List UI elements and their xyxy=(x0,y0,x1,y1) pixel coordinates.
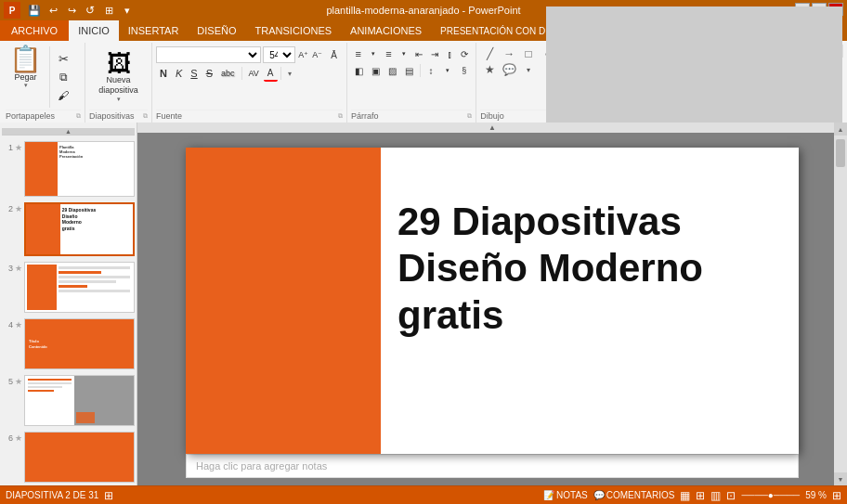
tab-insertar[interactable]: INSERTAR xyxy=(119,20,189,41)
slide-star-1: ★ xyxy=(15,141,22,152)
app-container: P 💾 ↩ ↪ ↺ ⊞ ▾ plantilla-moderna-anaranja… xyxy=(0,0,847,504)
app-icon: P xyxy=(4,2,20,19)
slide-title[interactable]: 29 Diapositivas Diseño Moderno gratis xyxy=(397,199,789,339)
canvas-scroll-up-btn[interactable]: ▲ xyxy=(834,123,847,136)
underline-button[interactable]: S xyxy=(187,65,201,82)
slide-panel: ▲ 1 ★ PlantillaModernaPresentación xyxy=(0,123,137,485)
notes-button[interactable]: 📝 NOTAS xyxy=(543,490,588,500)
tab-animaciones[interactable]: ANIMACIONES xyxy=(341,20,431,41)
align-left[interactable]: ◧ xyxy=(351,63,367,78)
tab-inicio[interactable]: INICIO xyxy=(69,20,119,41)
align-center[interactable]: ▣ xyxy=(368,63,384,78)
canvas-scroll-up[interactable]: ▲ xyxy=(137,123,847,133)
slide-num-5: 5 xyxy=(2,375,13,386)
tab-transiciones[interactable]: TRANSICIONES xyxy=(246,20,342,41)
shape-callout[interactable]: 💬 xyxy=(500,62,518,77)
view-normal[interactable]: ▦ xyxy=(680,489,690,502)
smartart[interactable]: § xyxy=(456,63,472,78)
slide-star-3: ★ xyxy=(15,262,22,273)
cut-button[interactable]: ✂ xyxy=(54,50,72,67)
italic-button[interactable]: K xyxy=(172,65,186,82)
portapapeles-expand[interactable]: ⧉ xyxy=(76,112,81,120)
main-slide[interactable]: 29 Diapositivas Diseño Moderno gratis xyxy=(186,148,799,454)
comments-button[interactable]: 💬 COMENTARIOS xyxy=(593,490,675,500)
decrease-indent[interactable]: ⇤ xyxy=(412,46,426,61)
font-size-decrease[interactable]: A⁻ xyxy=(311,50,323,59)
view-slide-sorter[interactable]: ⊞ xyxy=(696,489,705,502)
nueva-diapositiva-dropdown[interactable]: ▾ xyxy=(117,96,121,103)
save-button[interactable]: 💾 xyxy=(26,3,43,18)
font-color-button[interactable]: A xyxy=(264,65,278,82)
char-spacing-button[interactable]: AV xyxy=(245,65,263,82)
slide-title-line3: gratis xyxy=(397,293,503,337)
align-right[interactable]: ▨ xyxy=(384,63,400,78)
view-presenter[interactable]: ⊡ xyxy=(726,489,736,502)
notes-label: NOTAS xyxy=(556,490,588,500)
shadow-button[interactable]: abc xyxy=(217,65,239,82)
comments-label: COMENTARIOS xyxy=(606,490,675,500)
clear-format-button[interactable]: Ā xyxy=(325,46,343,63)
status-right: 📝 NOTAS 💬 COMENTARIOS ▦ ⊞ ▥ ⊡ ────●──── … xyxy=(543,489,841,502)
numbered-list-button[interactable]: ≡ xyxy=(382,46,396,61)
shape-line[interactable]: ╱ xyxy=(480,46,499,61)
justify[interactable]: ▤ xyxy=(401,63,417,78)
slide-container: 29 Diapositivas Diseño Moderno gratis Ha… xyxy=(137,133,847,485)
customize-qa-button[interactable]: ⊞ xyxy=(100,3,117,18)
redo-button[interactable]: ↪ xyxy=(63,3,80,18)
tab-diseno[interactable]: DISEÑO xyxy=(188,20,245,41)
bold-button[interactable]: N xyxy=(156,65,171,82)
view-reading[interactable]: ▥ xyxy=(710,489,721,502)
notes-panel[interactable]: Haga clic para agregar notas xyxy=(186,454,799,478)
shape-rect[interactable]: □ xyxy=(519,46,538,61)
numbered-dropdown[interactable]: ▾ xyxy=(397,46,410,61)
tab-archivo[interactable]: ARCHIVO xyxy=(0,20,69,41)
format-painter-button[interactable]: 🖌 xyxy=(54,87,72,104)
canvas-scroll-down-btn[interactable]: ▼ xyxy=(834,472,847,485)
slide-item-6[interactable]: 6 ★ xyxy=(2,432,135,483)
nueva-diapositiva-button[interactable]: 🖼 Nuevadiapositiva ▾ xyxy=(95,49,142,105)
parrafo-expand[interactable]: ⧉ xyxy=(467,112,472,120)
text-direction[interactable]: ⟳ xyxy=(458,46,472,61)
slide-thumb-6[interactable] xyxy=(24,432,135,483)
pegar-button[interactable]: 📋 Pegar ▾ xyxy=(6,45,46,110)
replay-button[interactable]: ↺ xyxy=(82,3,98,18)
slide-thumb-4[interactable]: TítuloContenido xyxy=(24,318,135,369)
font-color-dropdown[interactable]: ▾ xyxy=(284,65,295,82)
shape-arrow[interactable]: → xyxy=(500,46,518,61)
slide-thumb-5[interactable] xyxy=(24,375,135,426)
font-name-selector[interactable] xyxy=(156,46,261,63)
font-size-selector[interactable]: 54 xyxy=(263,46,295,63)
slide-list-scroll-up[interactable]: ▲ xyxy=(2,128,135,136)
slide-item-2[interactable]: 2 ★ 29 DiapositivasDiseñoModernogratis xyxy=(2,202,135,256)
font-size-increase[interactable]: A⁺ xyxy=(297,50,309,59)
pegar-dropdown-icon[interactable]: ▾ xyxy=(24,82,28,89)
copy-button[interactable]: ⧉ xyxy=(54,69,72,85)
slide-thumb-3[interactable] xyxy=(24,262,135,313)
slide-item-4[interactable]: 4 ★ TítuloContenido xyxy=(2,318,135,369)
slide-thumb-1[interactable]: PlantillaModernaPresentación xyxy=(24,141,135,197)
zoom-slider[interactable]: ────●──── xyxy=(741,490,800,500)
accessibility-icon[interactable]: ⊞ xyxy=(104,489,113,502)
line-spacing-dropdown[interactable]: ▾ xyxy=(439,63,455,78)
window-title: plantilla-moderna-anaranjado - PowerPoin… xyxy=(326,5,520,16)
diapositivas-expand[interactable]: ⧉ xyxy=(143,112,148,120)
slide-thumb-2[interactable]: 29 DiapositivasDiseñoModernogratis xyxy=(24,202,135,256)
undo-button[interactable]: ↩ xyxy=(45,3,61,18)
status-bar: DIAPOSITIVA 2 DE 31 ⊞ 📝 NOTAS 💬 COMENTAR… xyxy=(0,485,847,504)
columns-button[interactable]: ⫿ xyxy=(442,46,456,61)
increase-indent[interactable]: ⇥ xyxy=(427,46,441,61)
bullet-dropdown[interactable]: ▾ xyxy=(366,46,380,61)
canvas-scroll-thumb[interactable] xyxy=(836,139,845,167)
fuente-expand[interactable]: ⧉ xyxy=(338,112,343,120)
slide-item-1[interactable]: 1 ★ PlantillaModernaPresentación xyxy=(2,141,135,197)
bullet-list-button[interactable]: ≡ xyxy=(351,46,365,61)
shape-star[interactable]: ★ xyxy=(480,62,499,77)
qa-dropdown-button[interactable]: ▾ xyxy=(119,3,136,18)
slide-item-3[interactable]: 3 ★ xyxy=(2,262,135,313)
slide-item-5[interactable]: 5 ★ xyxy=(2,375,135,426)
line-spacing[interactable]: ↕ xyxy=(424,63,439,78)
strikethrough-button[interactable]: S xyxy=(202,65,216,82)
fit-slide-button[interactable]: ⊞ xyxy=(832,489,841,502)
shapes-more[interactable]: ▾ xyxy=(519,62,538,77)
slide-star-4: ★ xyxy=(15,318,22,330)
